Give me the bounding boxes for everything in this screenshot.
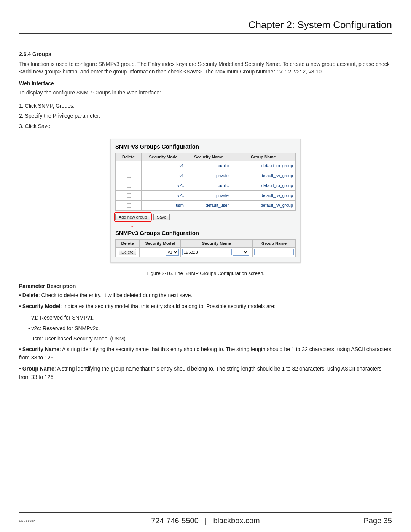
page-footer: LGB1108A 724-746-5500 | blackbox.com Pag… xyxy=(19,512,392,525)
panel2-title: SNMPv3 Groups Configuration xyxy=(115,230,296,236)
delete-checkbox[interactable] xyxy=(126,193,131,198)
cell-name: public xyxy=(186,181,231,190)
table-row: usm default_user default_rw_group xyxy=(116,200,296,210)
table-row: Delete v1 xyxy=(116,247,296,257)
table-row: v2c public default_ro_group xyxy=(116,181,296,190)
steps-list: 1. Click SNMP, Groups. 2. Specify the Pr… xyxy=(19,101,392,131)
panel1-title: SNMPv3 Groups Configuration xyxy=(115,143,296,150)
param-sm-text: : Indicates the security model that this… xyxy=(60,303,276,309)
col-security-name: Security Name xyxy=(186,153,231,161)
web-interface-paragraph: To display the configure SNMP Groups in … xyxy=(19,89,392,96)
param-sm-v1: - v1: Reserved for SNMPv1. xyxy=(28,314,392,322)
delete-checkbox[interactable] xyxy=(126,203,131,208)
cell-group: default_rw_group xyxy=(231,171,296,181)
footer-sep: | xyxy=(205,516,207,525)
step-2: 2. Specify the Privilege parameter. xyxy=(19,111,392,121)
header-rule xyxy=(19,33,392,34)
security-name-select[interactable] xyxy=(233,249,249,256)
cell-name: public xyxy=(186,161,231,171)
cell-name: private xyxy=(186,171,231,181)
new-group-table: Delete Security Model Security Name Grou… xyxy=(115,239,296,257)
param-sm-v2c: - v2c: Reserved for SNMPv2c. xyxy=(28,324,392,333)
snmp-panel: SNMPv3 Groups Configuration Delete Secur… xyxy=(110,139,301,263)
security-model-select[interactable]: v1 xyxy=(166,249,179,256)
cell-model: v1 xyxy=(142,171,186,181)
col-delete: Delete xyxy=(116,153,142,161)
group-name-input[interactable] xyxy=(254,249,294,255)
param-list: • Delete: Check to delete the entry. It … xyxy=(19,291,392,382)
param-sm-usm: - usm: User-based Security Model (USM). xyxy=(28,335,392,343)
add-new-group-button[interactable]: Add new group xyxy=(115,214,150,220)
param-desc-heading: Parameter Description xyxy=(19,283,392,289)
table-row: v1 public default_ro_group xyxy=(116,161,296,171)
figure-caption: Figure 2-16. The SNMP Groups Configurati… xyxy=(19,270,392,276)
param-delete-name: Delete xyxy=(22,292,38,298)
chapter-title: Chapter 2: System Configuration xyxy=(19,19,392,31)
footer-site: blackbox.com xyxy=(213,516,260,525)
groups-table: Delete Security Model Security Name Grou… xyxy=(115,153,296,211)
col-group-name: Group Name xyxy=(231,153,296,161)
param-sn-name: Security Name xyxy=(22,346,59,352)
param-sn-text: : A string identifying the security name… xyxy=(19,346,391,361)
table-row: v2c private default_rw_group xyxy=(116,190,296,200)
delete-checkbox[interactable] xyxy=(126,173,131,178)
cell-model: v2c xyxy=(142,190,186,200)
cell-name: default_user xyxy=(186,200,231,210)
cell-name: private xyxy=(186,190,231,200)
web-interface-heading: Web Interface xyxy=(19,80,392,86)
cell-model: v1 xyxy=(142,161,186,171)
step-3: 3. Click Save. xyxy=(19,121,392,131)
col-delete: Delete xyxy=(116,239,140,247)
cell-group: default_ro_group xyxy=(231,161,296,171)
cell-group: default_rw_group xyxy=(231,190,296,200)
cell-group: default_rw_group xyxy=(231,200,296,210)
param-gn-text: : A string identifying the group name th… xyxy=(19,366,382,380)
cell-model: v2c xyxy=(142,181,186,190)
col-security-model: Security Model xyxy=(140,239,181,247)
step-1: 1. Click SNMP, Groups. xyxy=(19,101,392,111)
delete-checkbox[interactable] xyxy=(126,163,131,168)
cell-model: usm xyxy=(142,200,186,210)
col-group-name: Group Name xyxy=(253,239,296,247)
param-gn-name: Group Name xyxy=(22,366,54,372)
delete-row-button[interactable]: Delete xyxy=(119,249,136,255)
delete-checkbox[interactable] xyxy=(126,183,131,188)
table-row: v1 private default_rw_group xyxy=(116,171,296,181)
col-security-model: Security Model xyxy=(142,153,186,161)
save-button[interactable]: Save xyxy=(153,214,170,220)
cell-group: default_ro_group xyxy=(231,181,296,190)
param-delete-text: : Check to delete the entry. It will be … xyxy=(38,292,192,298)
intro-paragraph: This function is used to configure SNMPv… xyxy=(19,60,392,76)
security-name-input[interactable] xyxy=(182,249,232,255)
section-heading: 2.6.4 Groups xyxy=(19,51,392,57)
param-sm-name: Security Model xyxy=(22,303,61,309)
arrow-down-icon: ↓ xyxy=(131,221,296,228)
col-security-name: Security Name xyxy=(181,239,253,247)
footer-phone: 724-746-5500 xyxy=(151,516,199,525)
